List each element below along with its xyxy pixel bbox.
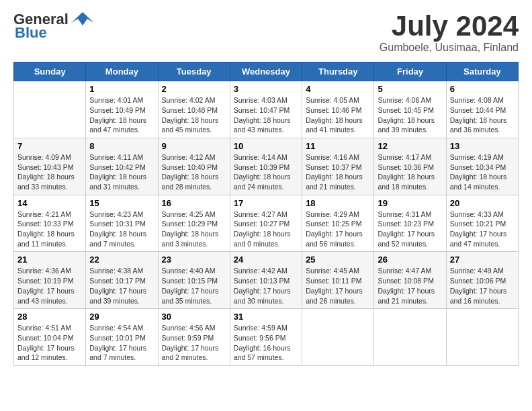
day-info: Sunrise: 4:29 AMSunset: 10:25 PMDaylight… — [306, 210, 370, 249]
day-info: Sunrise: 4:59 AMSunset: 9:56 PMDaylight:… — [234, 323, 298, 363]
day-number: 9 — [162, 141, 226, 151]
day-number: 15 — [89, 198, 154, 208]
day-info: Sunrise: 4:54 AMSunset: 10:01 PMDaylight… — [89, 323, 154, 363]
day-info: Sunrise: 4:12 AMSunset: 10:40 PMDaylight… — [162, 152, 226, 192]
days-of-week-row: SundayMondayTuesdayWednesdayThursdayFrid… — [14, 62, 519, 81]
calendar-cell: 17Sunrise: 4:27 AMSunset: 10:27 PMDaylig… — [230, 195, 302, 252]
day-number: 4 — [306, 84, 370, 94]
day-info: Sunrise: 4:25 AMSunset: 10:29 PMDaylight… — [162, 210, 226, 249]
day-info: Sunrise: 4:11 AMSunset: 10:42 PMDaylight… — [89, 152, 154, 192]
calendar-cell: 27Sunrise: 4:49 AMSunset: 10:06 PMDaylig… — [446, 252, 518, 309]
location-subtitle: Gumboele, Uusimaa, Finland — [380, 42, 519, 54]
day-number: 21 — [17, 255, 82, 265]
day-number: 23 — [162, 255, 226, 265]
day-number: 28 — [17, 312, 82, 322]
day-number: 12 — [378, 141, 442, 151]
day-info: Sunrise: 4:47 AMSunset: 10:08 PMDaylight… — [378, 266, 442, 306]
day-info: Sunrise: 4:36 AMSunset: 10:19 PMDaylight… — [17, 266, 82, 306]
day-number: 7 — [17, 141, 82, 151]
dow-header-friday: Friday — [374, 62, 446, 81]
day-number: 10 — [234, 141, 298, 151]
calendar-cell: 12Sunrise: 4:17 AMSunset: 10:36 PMDaylig… — [374, 138, 446, 195]
day-number: 20 — [450, 198, 515, 208]
calendar-cell: 25Sunrise: 4:45 AMSunset: 10:11 PMDaylig… — [302, 252, 374, 309]
calendar-cell: 22Sunrise: 4:38 AMSunset: 10:17 PMDaylig… — [86, 252, 158, 309]
dow-header-tuesday: Tuesday — [158, 62, 230, 81]
day-number: 30 — [162, 312, 226, 322]
calendar-cell: 7Sunrise: 4:09 AMSunset: 10:43 PMDayligh… — [14, 138, 86, 195]
day-info: Sunrise: 4:33 AMSunset: 10:21 PMDaylight… — [450, 210, 515, 249]
dow-header-sunday: Sunday — [14, 62, 86, 81]
day-info: Sunrise: 4:31 AMSunset: 10:23 PMDaylight… — [378, 210, 442, 249]
day-info: Sunrise: 4:09 AMSunset: 10:43 PMDaylight… — [17, 152, 82, 192]
day-info: Sunrise: 4:19 AMSunset: 10:34 PMDaylight… — [450, 152, 515, 192]
day-info: Sunrise: 4:14 AMSunset: 10:39 PMDaylight… — [234, 152, 298, 192]
logo: General Blue — [13, 11, 94, 42]
calendar-cell: 4Sunrise: 4:05 AMSunset: 10:46 PMDayligh… — [302, 81, 374, 138]
day-info: Sunrise: 4:49 AMSunset: 10:06 PMDaylight… — [450, 266, 515, 306]
day-number: 11 — [306, 141, 370, 151]
day-number: 3 — [234, 84, 298, 94]
calendar-cell: 18Sunrise: 4:29 AMSunset: 10:25 PMDaylig… — [302, 195, 374, 252]
day-number: 24 — [234, 255, 298, 265]
day-info: Sunrise: 4:01 AMSunset: 10:49 PMDaylight… — [89, 95, 154, 135]
calendar-cell: 10Sunrise: 4:14 AMSunset: 10:39 PMDaylig… — [230, 138, 302, 195]
day-number: 14 — [17, 198, 82, 208]
title-section: July 2024 Gumboele, Uusimaa, Finland — [380, 11, 519, 54]
day-number: 13 — [450, 141, 515, 151]
calendar-cell — [14, 81, 86, 138]
calendar-cell: 28Sunrise: 4:51 AMSunset: 10:04 PMDaylig… — [14, 309, 86, 366]
day-number: 25 — [306, 255, 370, 265]
day-number: 5 — [378, 84, 442, 94]
day-info: Sunrise: 4:27 AMSunset: 10:27 PMDaylight… — [234, 210, 298, 249]
day-info: Sunrise: 4:02 AMSunset: 10:48 PMDaylight… — [162, 95, 226, 135]
calendar-cell: 23Sunrise: 4:40 AMSunset: 10:15 PMDaylig… — [158, 252, 230, 309]
day-info: Sunrise: 4:42 AMSunset: 10:13 PMDaylight… — [234, 266, 298, 306]
calendar-cell: 11Sunrise: 4:16 AMSunset: 10:37 PMDaylig… — [302, 138, 374, 195]
calendar-cell: 1Sunrise: 4:01 AMSunset: 10:49 PMDayligh… — [86, 81, 158, 138]
calendar-cell: 3Sunrise: 4:03 AMSunset: 10:47 PMDayligh… — [230, 81, 302, 138]
calendar-cell: 24Sunrise: 4:42 AMSunset: 10:13 PMDaylig… — [230, 252, 302, 309]
day-number: 1 — [89, 84, 154, 94]
day-info: Sunrise: 4:45 AMSunset: 10:11 PMDaylight… — [306, 266, 370, 306]
calendar-body: 1Sunrise: 4:01 AMSunset: 10:49 PMDayligh… — [14, 81, 519, 366]
calendar-cell: 9Sunrise: 4:12 AMSunset: 10:40 PMDayligh… — [158, 138, 230, 195]
calendar-cell: 21Sunrise: 4:36 AMSunset: 10:19 PMDaylig… — [14, 252, 86, 309]
logo-blue: Blue — [13, 24, 47, 42]
calendar-week-3: 14Sunrise: 4:21 AMSunset: 10:33 PMDaylig… — [14, 195, 519, 252]
day-info: Sunrise: 4:56 AMSunset: 9:59 PMDaylight:… — [162, 323, 226, 363]
day-info: Sunrise: 4:05 AMSunset: 10:46 PMDaylight… — [306, 95, 370, 135]
calendar-cell: 15Sunrise: 4:23 AMSunset: 10:31 PMDaylig… — [86, 195, 158, 252]
day-info: Sunrise: 4:16 AMSunset: 10:37 PMDaylight… — [306, 152, 370, 192]
day-info: Sunrise: 4:17 AMSunset: 10:36 PMDaylight… — [378, 152, 442, 192]
calendar-cell: 31Sunrise: 4:59 AMSunset: 9:56 PMDayligh… — [230, 309, 302, 366]
day-number: 22 — [89, 255, 154, 265]
day-number: 18 — [306, 198, 370, 208]
day-number: 2 — [162, 84, 226, 94]
calendar-cell: 6Sunrise: 4:08 AMSunset: 10:44 PMDayligh… — [446, 81, 518, 138]
dow-header-thursday: Thursday — [302, 62, 374, 81]
logo-bird-icon — [71, 11, 94, 28]
day-info: Sunrise: 4:06 AMSunset: 10:45 PMDaylight… — [378, 95, 442, 135]
day-number: 6 — [450, 84, 515, 94]
day-info: Sunrise: 4:23 AMSunset: 10:31 PMDaylight… — [89, 210, 154, 249]
calendar-week-1: 1Sunrise: 4:01 AMSunset: 10:49 PMDayligh… — [14, 81, 519, 138]
calendar-cell — [446, 309, 518, 366]
dow-header-wednesday: Wednesday — [230, 62, 302, 81]
calendar-week-5: 28Sunrise: 4:51 AMSunset: 10:04 PMDaylig… — [14, 309, 519, 366]
day-number: 19 — [378, 198, 442, 208]
day-number: 8 — [89, 141, 154, 151]
svg-marker-0 — [71, 12, 94, 26]
calendar-table: SundayMondayTuesdayWednesdayThursdayFrid… — [13, 62, 519, 366]
day-info: Sunrise: 4:40 AMSunset: 10:15 PMDaylight… — [162, 266, 226, 306]
calendar-cell: 20Sunrise: 4:33 AMSunset: 10:21 PMDaylig… — [446, 195, 518, 252]
calendar-cell: 5Sunrise: 4:06 AMSunset: 10:45 PMDayligh… — [374, 81, 446, 138]
day-info: Sunrise: 4:38 AMSunset: 10:17 PMDaylight… — [89, 266, 154, 306]
day-info: Sunrise: 4:03 AMSunset: 10:47 PMDaylight… — [234, 95, 298, 135]
calendar-week-2: 7Sunrise: 4:09 AMSunset: 10:43 PMDayligh… — [14, 138, 519, 195]
day-info: Sunrise: 4:08 AMSunset: 10:44 PMDaylight… — [450, 95, 515, 135]
calendar-week-4: 21Sunrise: 4:36 AMSunset: 10:19 PMDaylig… — [14, 252, 519, 309]
page-header: General Blue July 2024 Gumboele, Uusimaa… — [13, 11, 519, 54]
dow-header-monday: Monday — [86, 62, 158, 81]
day-info: Sunrise: 4:51 AMSunset: 10:04 PMDaylight… — [17, 323, 82, 363]
